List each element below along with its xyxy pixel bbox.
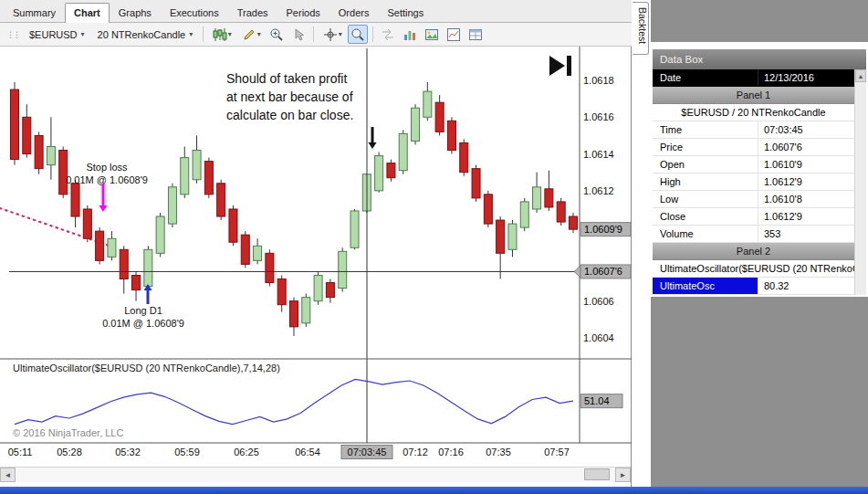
snapshot-button[interactable] [422, 25, 442, 44]
svg-text:05:11: 05:11 [8, 447, 33, 457]
scroll-right-button[interactable]: ► [615, 468, 631, 482]
last-price-badge: 1.0609'9 [580, 223, 631, 236]
svg-text:06:54: 06:54 [295, 447, 320, 457]
svg-text:51.04: 51.04 [584, 395, 610, 406]
tab-settings[interactable]: Settings [378, 3, 433, 22]
shift-arrows-icon [381, 27, 395, 42]
bar-chart-button[interactable] [400, 25, 420, 44]
chart-toolbar: ⋮⋮ $EURUSD ▾ 20 NTRenkoCandle ▾ ▾ [0, 23, 632, 47]
watermark-text: © 2016 NinjaTrader, LLC [13, 427, 123, 438]
databox-row-ultimateosc: UltimateOsc80.32 [653, 278, 854, 295]
svg-text:1.0618: 1.0618 [583, 75, 614, 86]
svg-text:06:25: 06:25 [234, 447, 259, 457]
databox-indicator-name: UltimateOscillator($EURUSD (20 NTRenkoC [653, 260, 854, 278]
pointer-button[interactable] [288, 25, 309, 44]
databox-row-time: Time07:03:45 [653, 121, 854, 139]
databox-row-date: Date12/13/2016 [653, 69, 854, 87]
caret-down-icon: ▾ [228, 30, 232, 38]
tab-trades[interactable]: Trades [228, 3, 277, 22]
chart-canvas[interactable]: 1.06181.06161.06141.06121.06061.06041.06… [0, 47, 632, 467]
note-text: at next bar because of [226, 89, 353, 104]
tab-executions[interactable]: Executions [161, 3, 228, 22]
data-grid-button[interactable] [465, 25, 486, 44]
bar-chart-icon [403, 27, 417, 42]
databox-row-open: Open1.0610'9 [653, 156, 854, 173]
svg-text:1.0614: 1.0614 [583, 149, 614, 160]
svg-text:07:57: 07:57 [544, 447, 570, 457]
databox-scrollbar[interactable]: ▲ [854, 69, 866, 295]
toolbar-separator [203, 26, 204, 42]
stop-loss-label: 0.01M @ 1.0608'9 [66, 174, 148, 185]
stop-loss-arrow [99, 184, 108, 212]
long-entry-label: Long D1 [124, 305, 162, 316]
tab-summary[interactable]: Summary [4, 3, 65, 22]
line-chart-icon [446, 27, 461, 42]
databox-row-close: Close1.0612'9 [653, 208, 854, 226]
caret-down-icon: ▾ [189, 30, 193, 38]
note-text: Should of taken profit [226, 71, 347, 86]
zoom-in-icon [269, 27, 284, 42]
databox-window: Data Box Date12/13/2016Panel 1$EURUSD / … [651, 42, 868, 297]
instrument-label: $EURUSD [29, 29, 78, 40]
svg-text:07:16: 07:16 [438, 447, 464, 457]
databox-body: Date12/13/2016Panel 1$EURUSD / 20 NTRenk… [653, 69, 866, 295]
databox-rows: Date12/13/2016Panel 1$EURUSD / 20 NTRenk… [653, 69, 854, 295]
tab-graphs[interactable]: Graphs [110, 3, 161, 22]
scroll-left-button[interactable]: ◄ [0, 468, 16, 482]
scrollbar-track[interactable] [16, 468, 615, 482]
chart-window: SummaryChartGraphsExecutionsTradesPeriod… [0, 0, 632, 487]
pencil-icon [242, 27, 256, 42]
instrument-selector[interactable]: $EURUSD ▾ [24, 26, 90, 44]
bottom-taskbar-strip [0, 487, 868, 494]
svg-text:07:12: 07:12 [403, 447, 428, 457]
data-grid-icon [468, 27, 483, 42]
tab-orders[interactable]: Orders [329, 3, 379, 22]
tab-chart[interactable]: Chart [65, 3, 110, 23]
toolbar-separator [313, 26, 314, 42]
zoom-mode-button[interactable] [348, 25, 368, 44]
oscillator-label: UltimateOscillator($EURUSD (20 NTRenkoCa… [13, 363, 280, 373]
chart-horizontal-scrollbar[interactable]: ◄ ► [0, 467, 631, 482]
price-axis-labels: 1.06181.06161.06141.06121.06061.0604 [583, 75, 614, 343]
crosshair-button[interactable]: ▾ [319, 25, 346, 44]
scroll-up-icon[interactable]: ▲ [855, 69, 866, 82]
zoom-icon [350, 27, 365, 42]
caret-down-icon: ▾ [81, 30, 85, 38]
caret-down-icon: ▾ [339, 30, 342, 38]
svg-text:05:59: 05:59 [174, 447, 200, 457]
crosshair-price-badge: 1.0607'6 [574, 265, 631, 279]
databox-titlebar[interactable]: Data Box [653, 49, 866, 69]
svg-text:1.0609'9: 1.0609'9 [584, 224, 622, 235]
svg-text:07:35: 07:35 [486, 447, 511, 457]
long-entry-label: 0.01M @ 1.0608'9 [102, 318, 184, 329]
shift-chart-button[interactable] [378, 25, 398, 44]
toolbar-separator [372, 26, 373, 42]
databox-instrument: $EURUSD / 20 NTRenkoCandle [653, 104, 854, 121]
caret-down-icon: ▾ [257, 30, 261, 38]
svg-text:1.0606: 1.0606 [583, 296, 614, 307]
svg-text:1.0612: 1.0612 [583, 185, 614, 196]
long-entry-arrow [144, 284, 152, 304]
series-selector[interactable]: 20 NTRenkoCandle ▾ [92, 26, 199, 44]
scroll-left-icon: ◄ [5, 471, 12, 479]
app-root: SummaryChartGraphsExecutionsTradesPeriod… [0, 0, 868, 494]
oscillator-value-badge: 51.04 [580, 394, 622, 408]
zoom-in-button[interactable] [267, 25, 287, 44]
image-icon [424, 27, 439, 42]
scroll-right-icon: ► [620, 471, 627, 479]
tab-periods[interactable]: Periods [277, 3, 329, 22]
databox-row-price: Price1.0607'6 [653, 139, 854, 156]
go-to-end-icon[interactable] [549, 56, 571, 76]
tab-backtest[interactable]: Backtest [633, 2, 649, 55]
tab-bar: SummaryChartGraphsExecutionsTradesPeriod… [0, 0, 632, 23]
scrollbar-thumb[interactable] [584, 468, 610, 480]
chart-style-button[interactable]: ▾ [208, 25, 235, 44]
svg-text:1.0607'6: 1.0607'6 [584, 266, 622, 277]
series-label: 20 NTRenkoCandle [98, 29, 186, 40]
side-panel-strip: Backtest [632, 0, 651, 487]
svg-text:07:03:45: 07:03:45 [348, 447, 387, 457]
databox-panel2-header: Panel 2 [653, 243, 854, 260]
chart-annotations: Should of taken profitat next bar becaus… [66, 71, 353, 329]
chart-window-button[interactable] [444, 25, 464, 44]
drawing-tools-button[interactable]: ▾ [237, 25, 265, 44]
